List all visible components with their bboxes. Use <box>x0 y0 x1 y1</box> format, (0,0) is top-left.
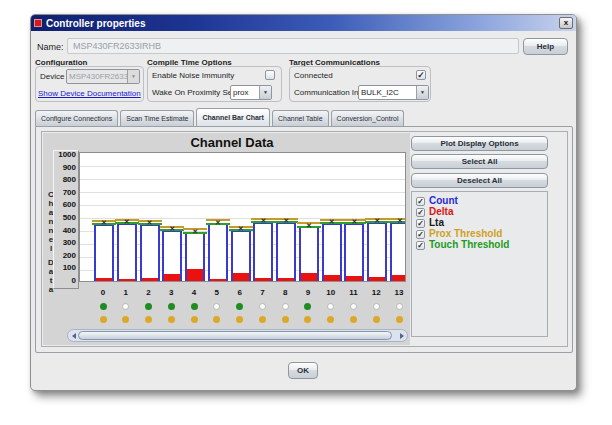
device-combo: MSP430FR2633IRHB ▼ <box>66 69 140 84</box>
lta-marker-ch11: ✕ <box>342 218 366 226</box>
delta-bar-ch13 <box>392 275 406 281</box>
show-device-documentation-link[interactable]: Show Device Documentation <box>38 89 141 98</box>
x-axis-label-ch2: 2 <box>139 288 159 297</box>
legend-checkbox-lta[interactable]: ✓ <box>416 219 425 228</box>
channel-status-dot-ch3 <box>168 303 175 310</box>
tab-conversion-control[interactable]: Conversion_Control <box>331 110 405 126</box>
noise-immunity-checkbox[interactable] <box>265 70 275 80</box>
channel-status-dot-ch0 <box>100 303 107 310</box>
scrollbar-thumb[interactable] <box>78 331 392 340</box>
legend-item-prox-threshold[interactable]: ✓Prox Threshold <box>416 229 502 239</box>
x-axis-label-ch1: 1 <box>116 288 136 297</box>
chart-area: Channel Data ChannelData 010020030040050… <box>43 133 410 345</box>
lta-marker-ch2: ✕ <box>138 219 162 227</box>
delta-bar-ch2 <box>142 278 158 281</box>
delta-bar-ch10 <box>324 275 340 282</box>
chevron-down-icon: ▼ <box>127 70 139 83</box>
y-axis-tick: 1000 <box>58 151 76 159</box>
x-axis-label-ch8: 8 <box>275 288 295 297</box>
lta-marker-ch13: ✕ <box>388 217 406 225</box>
device-combo-value: MSP430FR2633IRHB <box>67 70 127 83</box>
lta-marker-ch12: ✕ <box>365 217 389 225</box>
channel-mode-dot-ch7 <box>259 316 266 323</box>
tab-channel-bar-chart[interactable]: Channel Bar Chart <box>196 108 269 126</box>
y-axis-tick: 700 <box>63 189 76 197</box>
deselect-all-button[interactable]: Deselect All <box>411 173 548 188</box>
channel-status-dot-ch5 <box>213 303 220 310</box>
close-icon[interactable]: x <box>559 17 573 29</box>
count-bar-ch13 <box>390 222 406 281</box>
plot-area: ✕✕✕✕✕✕✕✕✕✕✕✕✕✕ <box>79 152 406 282</box>
legend-label-count: Count <box>429 196 458 206</box>
gridline <box>80 192 405 193</box>
legend-checkbox-delta[interactable]: ✓ <box>416 208 425 217</box>
count-bar-ch11 <box>344 223 364 282</box>
channel-bar-chart-panel: Channel Data ChannelData 010020030040050… <box>41 131 568 347</box>
delta-bar-ch9 <box>301 273 317 281</box>
count-bar-ch2 <box>140 224 160 281</box>
y-axis-tick: 100 <box>63 264 76 272</box>
device-label: Device <box>40 72 64 81</box>
x-axis-label-ch0: 0 <box>93 288 113 297</box>
channel-status-dot-ch10 <box>327 303 334 310</box>
wake-on-prox-combo-value: prox <box>231 86 259 99</box>
x-axis-label-ch10: 10 <box>321 288 341 297</box>
tab-content-panel: Channel Data ChannelData 010020030040050… <box>35 126 573 353</box>
channel-status-dot-ch2 <box>145 303 152 310</box>
delta-bar-ch11 <box>346 276 362 281</box>
count-bar-ch7 <box>253 222 273 281</box>
plot-display-options-button[interactable]: Plot Display Options <box>411 136 548 151</box>
ok-button[interactable]: OK <box>288 362 318 379</box>
channel-mode-dot-ch1 <box>122 316 129 323</box>
channel-status-dot-ch11 <box>350 303 357 310</box>
x-axis-label-ch13: 13 <box>389 288 409 297</box>
tab-channel-table[interactable]: Channel Table <box>272 110 329 126</box>
channel-mode-dot-ch13 <box>396 316 403 323</box>
chart-horizontal-scrollbar[interactable] <box>67 329 408 342</box>
comm-interface-combo[interactable]: BULK_I2C ▼ <box>358 85 429 100</box>
channel-mode-dot-ch3 <box>168 316 175 323</box>
x-axis-label-ch5: 5 <box>207 288 227 297</box>
legend-item-touch-threshold[interactable]: ✓Touch Threshold <box>416 240 509 250</box>
connected-checkbox[interactable]: ✓ <box>416 70 426 80</box>
select-all-button[interactable]: Select All <box>411 154 548 169</box>
chart-title: Channel Data <box>82 135 382 150</box>
title-bar: Controller properties x <box>31 15 576 31</box>
tab-scan-time-estimate[interactable]: Scan Time Estimate <box>120 110 194 126</box>
count-bar-ch5 <box>208 223 228 281</box>
legend-checkbox-count[interactable]: ✓ <box>416 197 425 206</box>
lta-marker-ch10: ✕ <box>320 218 344 226</box>
y-axis-tick: 500 <box>63 214 76 222</box>
channel-mode-dot-ch4 <box>191 316 198 323</box>
channel-status-dot-ch12 <box>373 303 380 310</box>
scroll-left-icon[interactable] <box>72 333 76 339</box>
scroll-right-icon[interactable] <box>400 333 404 339</box>
wake-on-prox-combo[interactable]: prox ▼ <box>230 85 272 100</box>
legend-checkbox-touch-threshold[interactable]: ✓ <box>416 241 425 250</box>
channel-mode-dot-ch12 <box>373 316 380 323</box>
y-axis-tick: 300 <box>63 239 76 247</box>
series-legend: ✓Count✓Delta✓Lta✓Prox Threshold✓Touch Th… <box>411 191 548 337</box>
y-axis-tick: 200 <box>63 252 76 260</box>
channel-mode-dot-ch8 <box>282 316 289 323</box>
legend-checkbox-prox-threshold[interactable]: ✓ <box>416 230 425 239</box>
tab-configure-connections[interactable]: Configure Connections <box>35 110 118 126</box>
x-axis-label-ch12: 12 <box>366 288 386 297</box>
delta-bar-ch5 <box>210 279 226 281</box>
lta-marker-ch7: ✕ <box>251 217 275 225</box>
help-button[interactable]: Help <box>523 38 568 55</box>
count-bar-ch12 <box>367 222 387 281</box>
channel-mode-dot-ch0 <box>100 316 107 323</box>
gridline <box>80 166 405 167</box>
gridline <box>80 205 405 206</box>
lta-marker-ch9: ✕ <box>297 222 321 230</box>
channel-mode-dot-ch2 <box>145 316 152 323</box>
delta-bar-ch0 <box>96 278 112 281</box>
legend-item-delta[interactable]: ✓Delta <box>416 207 453 217</box>
count-bar-ch8 <box>276 222 296 281</box>
lta-marker-ch8: ✕ <box>274 217 298 225</box>
legend-item-lta[interactable]: ✓Lta <box>416 218 444 228</box>
legend-item-count[interactable]: ✓Count <box>416 196 458 206</box>
channel-status-dot-ch13 <box>396 303 403 310</box>
count-bar-ch10 <box>322 223 342 282</box>
